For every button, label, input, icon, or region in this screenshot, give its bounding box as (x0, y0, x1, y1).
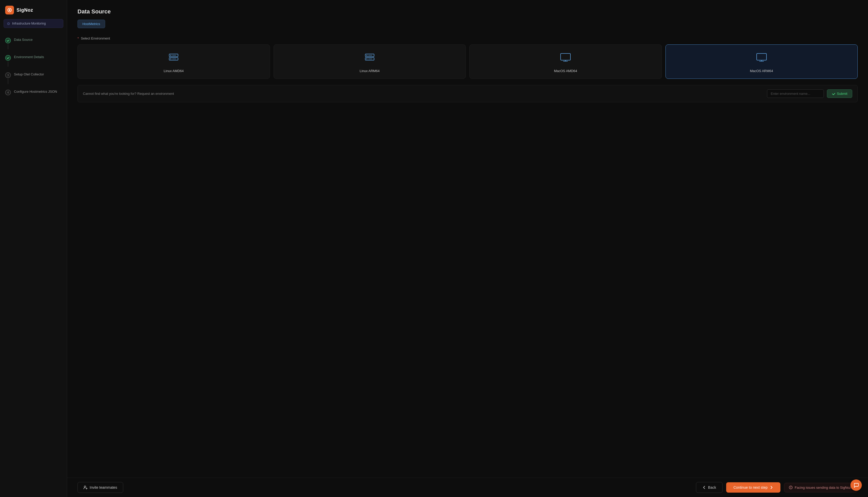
back-button[interactable]: Back (696, 482, 723, 493)
svg-rect-17 (757, 54, 767, 60)
continue-label: Continue to next step (734, 485, 768, 489)
step-label-1: Data Source (14, 37, 32, 42)
facing-issues-badge[interactable]: Facing issues sending data to SigNoz? (784, 483, 858, 492)
env-card-label-linux-amd64: Linux AMD64 (164, 69, 184, 73)
select-env-label-row: * Select Environment (77, 37, 858, 40)
step-connector-2 (8, 61, 8, 67)
data-source-pill-label: HostMetrics (82, 22, 100, 26)
request-env-right: Submit (767, 89, 852, 98)
env-card-macos-arm64[interactable]: MacOS ARM64 (666, 44, 858, 79)
step-indicator-1 (5, 38, 11, 49)
infra-monitoring-badge: ⊙ Infrastructure Monitoring (4, 19, 63, 28)
data-source-pill[interactable]: HostMetrics (77, 20, 105, 28)
env-card-label-macos-amd64: MacOS AMD64 (554, 69, 577, 73)
env-card-macos-amd64[interactable]: MacOS AMD64 (469, 44, 662, 79)
step-connector-1 (8, 44, 8, 49)
linux-amd64-icon (168, 52, 180, 65)
logo-container: SigNoz (0, 0, 67, 19)
env-cards-grid: Linux AMD64 Linux ARM64 (77, 44, 858, 79)
submit-label: Submit (837, 92, 847, 96)
step-item-1[interactable]: Data Source (0, 34, 67, 52)
env-card-label-macos-arm64: MacOS ARM64 (750, 69, 773, 73)
request-env-text: Cannot find what you're looking for? Req… (83, 92, 174, 96)
env-name-input[interactable] (767, 89, 824, 98)
svg-point-10 (366, 55, 367, 56)
svg-point-25 (791, 488, 791, 488)
back-label: Back (708, 485, 716, 489)
sidebar: SigNoz ⊙ Infrastructure Monitoring Data … (0, 0, 67, 497)
macos-arm64-icon (756, 52, 768, 65)
step-indicator-3: 3 (5, 72, 11, 84)
svg-rect-14 (560, 54, 570, 60)
chat-bubble-button[interactable] (851, 480, 862, 491)
submit-button[interactable]: Submit (827, 89, 852, 98)
step-label-2: Environment Details (14, 55, 44, 59)
facing-issues-label: Facing issues sending data to SigNoz? (795, 486, 853, 489)
step-item-3[interactable]: 3 Setup Otel Collector (0, 69, 67, 87)
monitor-icon: ⊙ (7, 22, 10, 26)
step-item-2[interactable]: Environment Details (0, 52, 67, 69)
step-circle-3: 3 (5, 72, 11, 78)
footer: Invite teammates Back Continue to next s… (67, 478, 868, 497)
required-star: * (77, 37, 79, 40)
svg-point-20 (84, 486, 86, 487)
step-circle-4: 4 (5, 90, 11, 95)
invite-teammates-label: Invite teammates (90, 485, 117, 489)
env-card-label-linux-arm64: Linux ARM64 (360, 69, 380, 73)
step-circle-1 (5, 38, 11, 43)
logo-icon (5, 6, 14, 14)
main-content: Data Source HostMetrics * Select Environ… (67, 0, 868, 497)
step-label-4: Configure Hostmetrics JSON (14, 89, 57, 94)
steps-list: Data Source Environment Details 3 (0, 32, 67, 497)
footer-center: Back Continue to next step Facing issues… (696, 482, 858, 493)
svg-point-1 (9, 9, 10, 11)
continue-button[interactable]: Continue to next step (726, 482, 780, 493)
section-title: Data Source (77, 8, 858, 15)
step-indicator-2 (5, 55, 11, 67)
step-indicator-4: 4 (5, 90, 11, 95)
request-env-row: Cannot find what you're looking for? Req… (77, 85, 858, 102)
env-card-linux-amd64[interactable]: Linux AMD64 (77, 44, 270, 79)
infra-badge-label: Infrastructure Monitoring (12, 22, 46, 25)
content-area: Data Source HostMetrics * Select Environ… (67, 0, 868, 478)
logo-text: SigNoz (16, 8, 33, 13)
footer-left: Invite teammates (77, 482, 145, 493)
svg-point-11 (366, 58, 367, 59)
invite-teammates-button[interactable]: Invite teammates (77, 482, 123, 493)
step-circle-2 (5, 55, 11, 61)
macos-amd64-icon (559, 52, 571, 65)
env-card-linux-arm64[interactable]: Linux ARM64 (273, 44, 466, 79)
linux-arm64-icon (364, 52, 375, 65)
step-label-3: Setup Otel Collector (14, 72, 44, 77)
step-connector-3 (8, 79, 8, 84)
step-item-4[interactable]: 4 Configure Hostmetrics JSON (0, 87, 67, 98)
select-env-label: Select Environment (81, 37, 110, 40)
svg-point-4 (170, 55, 171, 56)
svg-point-5 (170, 58, 171, 59)
